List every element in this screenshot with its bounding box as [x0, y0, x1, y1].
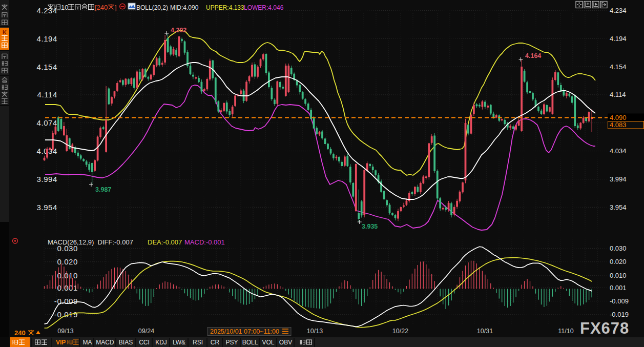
svg-text:0.020: 0.020 [610, 258, 627, 266]
svg-text:BOLL: BOLL [242, 339, 258, 346]
svg-text:4.083: 4.083 [610, 121, 627, 129]
svg-text:BOLL(20,2): BOLL(20,2) [136, 4, 168, 11]
svg-text:K: K [3, 29, 7, 35]
svg-text:0.020: 0.020 [57, 257, 78, 266]
svg-text:0.010: 0.010 [57, 271, 78, 280]
svg-text:4.194: 4.194 [36, 34, 57, 43]
svg-text:3.994: 3.994 [36, 175, 57, 183]
svg-text:VOL: VOL [262, 339, 274, 346]
svg-text:MACD(26,12,9) DIFF:-0.007: MACD(26,12,9) DIFF:-0.007 [48, 238, 133, 246]
svg-text:3.954: 3.954 [36, 203, 57, 212]
svg-text:10/31: 10/31 [477, 328, 493, 335]
svg-text:OBV: OBV [279, 339, 292, 346]
svg-text:FX678: FX678 [580, 319, 629, 337]
svg-text:10: 10 [61, 4, 68, 11]
svg-text:PSY: PSY [225, 339, 238, 346]
svg-text:0.001: 0.001 [610, 284, 627, 292]
svg-text:09/13: 09/13 [57, 328, 73, 335]
svg-text:CR: CR [211, 339, 220, 346]
svg-text:MA: MA [83, 339, 92, 346]
svg-text:]: ] [115, 4, 117, 11]
svg-text:RSI: RSI [193, 339, 203, 346]
svg-text:4.164: 4.164 [525, 52, 541, 59]
svg-text:-0.019: -0.019 [610, 311, 629, 318]
svg-text:4.194: 4.194 [610, 35, 627, 43]
svg-text:4.154: 4.154 [610, 63, 627, 71]
svg-text:DEA:-0.007: DEA:-0.007 [148, 238, 182, 246]
svg-text:4.034: 4.034 [610, 147, 627, 155]
svg-text:-0.019: -0.019 [54, 310, 78, 319]
svg-text:UPPER:4.133: UPPER:4.133 [206, 4, 244, 11]
svg-text:4.202: 4.202 [171, 27, 186, 34]
svg-text:KDJ: KDJ [155, 339, 167, 346]
svg-text:2025/10/01 07:00~11:00: 2025/10/01 07:00~11:00 [210, 328, 279, 335]
svg-text:3.987: 3.987 [95, 186, 111, 193]
svg-text:10/22: 10/22 [392, 328, 408, 335]
svg-text:3.994: 3.994 [610, 175, 627, 183]
svg-text:3.954: 3.954 [610, 203, 627, 211]
svg-text:4.114: 4.114 [37, 90, 57, 99]
svg-text:MACD:-0.001: MACD:-0.001 [184, 238, 225, 246]
svg-text:LW&: LW& [173, 339, 185, 346]
svg-text:-0.009: -0.009 [610, 297, 629, 305]
svg-text:4.074: 4.074 [36, 118, 57, 127]
svg-text:0.030: 0.030 [610, 244, 627, 252]
svg-text:4.234: 4.234 [610, 7, 627, 14]
svg-text:09/24: 09/24 [138, 328, 154, 335]
svg-text:-0.009: -0.009 [54, 297, 78, 305]
svg-text:BIAS: BIAS [119, 339, 133, 346]
svg-text:3.935: 3.935 [362, 223, 378, 230]
svg-text:4.090: 4.090 [610, 114, 627, 121]
svg-text:CCI: CCI [139, 339, 150, 346]
svg-text:MACD: MACD [96, 339, 114, 346]
svg-text:4.114: 4.114 [610, 91, 626, 98]
svg-text:4.154: 4.154 [36, 63, 57, 71]
svg-text:VIP: VIP [56, 339, 66, 346]
svg-text:240: 240 [14, 329, 26, 337]
svg-text:LOWER:4.046: LOWER:4.046 [244, 4, 284, 11]
svg-text:0.010: 0.010 [610, 272, 627, 279]
svg-text:0.001: 0.001 [57, 283, 78, 292]
svg-text:11/10: 11/10 [558, 328, 573, 335]
svg-text:[240: [240 [95, 4, 108, 11]
svg-text:10/13: 10/13 [307, 328, 323, 335]
svg-text:MID:4.090: MID:4.090 [170, 4, 199, 11]
svg-text:4.234: 4.234 [36, 6, 57, 15]
